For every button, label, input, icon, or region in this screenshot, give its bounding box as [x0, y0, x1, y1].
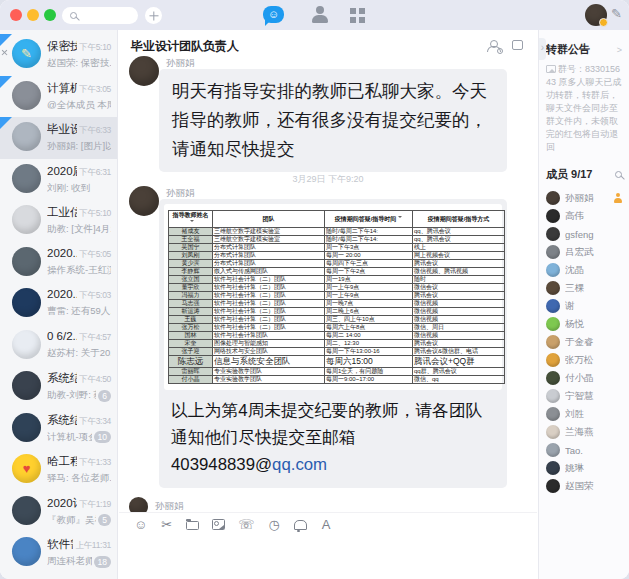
chat-list-item[interactable]: 工业信... 下午5:10 助教: [文件]4月1...: [0, 200, 117, 242]
member-row[interactable]: 张万松: [546, 351, 622, 369]
member-row[interactable]: 孙丽娟: [546, 189, 622, 207]
avatar: [12, 81, 41, 110]
table-row: 张万松 软件与社会计算（二）团队 每周六上午8点 微信、周日: [169, 324, 505, 332]
close-window-button[interactable]: [10, 9, 22, 21]
notification-bell-icon[interactable]: [294, 520, 307, 530]
member-name: 姚琳: [565, 462, 622, 475]
announcement-title: 转群公告: [546, 42, 617, 57]
col-header: 团队: [213, 211, 325, 228]
chat-preview: @全体成员 本周...: [47, 99, 111, 112]
member-row[interactable]: 杨悦: [546, 315, 622, 333]
chat-list-item[interactable]: 0 6/2... 下午4:57 赵苏村: 关于20...: [0, 325, 117, 367]
member-row[interactable]: 谢: [546, 297, 622, 315]
announcement-text: 群号：833015643 原多人聊天已成功转群，转群后，聊天文件会同步至群文件内…: [546, 63, 622, 154]
member-avatar: [546, 389, 560, 403]
member-row[interactable]: 宁智慧: [546, 387, 622, 405]
member-name: 付小晶: [565, 372, 622, 385]
member-row[interactable]: 于金睿: [546, 333, 622, 351]
add-button[interactable]: [145, 7, 162, 24]
chat-list-item[interactable]: 2020... 下午5:03 曹雷: 还有59人...: [0, 283, 117, 325]
chat-list-item[interactable]: 毕业设... 下午6:33 孙丽娟: [图片]以...: [0, 117, 117, 159]
table-row: 刘凤刚 分布式计算团队 每周一 20:00 网上视频会议: [169, 252, 505, 260]
call-icon[interactable]: ☏: [238, 517, 254, 532]
search-input[interactable]: [62, 7, 138, 24]
avatar: ✎: [12, 39, 41, 68]
member-row[interactable]: 吕宏武: [546, 243, 622, 261]
email-link[interactable]: qq.com: [272, 455, 327, 474]
panel-collapse-handle[interactable]: ›: [539, 38, 546, 60]
chat-preview: 助教-刘野: 获换...: [47, 389, 96, 402]
messages-tab[interactable]: ☺: [263, 6, 284, 23]
emoji-icon[interactable]: ☺: [134, 517, 147, 532]
contacts-tab[interactable]: [311, 5, 329, 24]
member-row[interactable]: 兰海燕: [546, 423, 622, 441]
chat-title: 系统结...: [47, 413, 77, 428]
members-count: 成员 9/17: [546, 167, 615, 182]
table-row: 陈志远 信息与系统安全团队 每周六15:00 腾讯会议+QQ群: [169, 356, 505, 368]
chat-list-item[interactable]: 2020计... 下午1:19 『教师』吴祝霞:... 5: [0, 491, 117, 533]
chat-list-item[interactable]: 2020... 下午5:05 操作系统-王红滨...: [0, 242, 117, 284]
chat-list-item[interactable]: ✎ 保密技... 下午5:10 赵国荣: 保密技...: [0, 34, 117, 76]
member-avatar: [546, 353, 560, 367]
chat-list-item[interactable]: ♥ 哈工程... 下午1:33 驿马: 各位老师...: [0, 449, 117, 491]
chat-list-item[interactable]: 系统结... 下午3:34 计算机-项金鹏:... 10: [0, 408, 117, 450]
member-row[interactable]: 赵国荣: [546, 477, 622, 495]
chat-list-item[interactable]: 计算机... 下午3:05 @全体成员 本周...: [0, 76, 117, 118]
member-row[interactable]: 付小晶: [546, 369, 622, 387]
message-input[interactable]: [119, 535, 537, 579]
zoom-window-button[interactable]: [44, 9, 56, 21]
apps-grid-tab[interactable]: [350, 8, 356, 14]
chat-title: 计算机...: [47, 81, 77, 96]
member-row[interactable]: 高伟: [546, 207, 622, 225]
member-row[interactable]: 沈晶: [546, 261, 622, 279]
chat-preview: 刘刚: 收到: [47, 182, 111, 195]
avatar: [12, 496, 41, 525]
sender-avatar[interactable]: [129, 497, 148, 512]
member-name: 刘胜: [565, 408, 622, 421]
chat-preview: 孙丽娟: [图片]以...: [47, 140, 111, 153]
chat-list-item[interactable]: 系统结... 下午4:50 助教-刘野: 获换... 6: [0, 366, 117, 408]
sender-avatar[interactable]: [129, 186, 159, 216]
file-folder-icon[interactable]: [186, 521, 199, 530]
message-scroll-area[interactable]: 孙丽娟 明天有指导安排的教师已私聊大家。今天指导的教师，还有很多没有提交纪要的，…: [119, 54, 537, 512]
member-row[interactable]: 刘胜: [546, 405, 622, 423]
member-row[interactable]: gsfeng: [546, 225, 622, 243]
member-history-icon[interactable]: [487, 40, 501, 52]
chat-list-item[interactable]: 2020届... 下午6:31 刘刚: 收到: [0, 159, 117, 201]
chat-list-item[interactable]: 软件需... 上午11:31 周连科老师: 下... 18: [0, 532, 117, 574]
sender-avatar[interactable]: [129, 56, 159, 86]
dismiss-x-icon[interactable]: [1, 49, 8, 56]
member-search-icon[interactable]: [615, 171, 622, 178]
avatar: [12, 247, 41, 276]
table-row: 王巍 软件与社会计算（二）团队 周三、四上午10点 微信视频: [169, 316, 505, 324]
member-avatar: [546, 335, 560, 349]
image-icon[interactable]: [212, 519, 225, 530]
avatar: [12, 122, 41, 151]
font-style-icon[interactable]: A: [320, 517, 333, 532]
conversation-pane: 毕业设计团队负责人 孙丽娟 明天有指导安排的教师已私聊大家。今天指导的教师，还有…: [119, 30, 537, 579]
member-avatar: [546, 281, 560, 295]
chat-title: 2020届...: [47, 164, 77, 179]
screenshot-scissors-icon[interactable]: ✂: [160, 517, 173, 532]
unread-badge: 6: [98, 390, 111, 402]
pasted-table-image[interactable]: 指导教师姓名 团队 疫情期间答疑/指导时间 疫情期间答疑/指导方式: [164, 204, 502, 390]
chat-title: 保密技...: [47, 39, 77, 54]
compose-pencil-icon[interactable]: ✎: [611, 6, 622, 21]
history-clock-icon[interactable]: ◷: [268, 517, 281, 532]
member-row[interactable]: Tao.: [546, 441, 622, 459]
member-avatar: [546, 209, 560, 223]
window-titlebar: ☺ ✎: [0, 0, 629, 30]
conversation-title: 毕业设计团队负责人: [131, 38, 239, 55]
chat-time: 下午5:05: [79, 249, 111, 261]
table-row: 国林 软件与社会计算团队 每周二 14:00 微信视频: [169, 332, 505, 340]
chat-title: 2020计...: [47, 496, 77, 511]
split-window-icon[interactable]: [512, 40, 523, 50]
announcement-header[interactable]: 转群公告 >: [546, 42, 622, 57]
chat-preview: 操作系统-王红滨...: [47, 264, 111, 277]
chat-title: 2020...: [47, 288, 77, 300]
time-divider: 3月29日 下午9:20: [119, 173, 537, 186]
minimize-window-button[interactable]: [27, 9, 39, 21]
member-row[interactable]: 三棵: [546, 279, 622, 297]
member-row[interactable]: 姚琳: [546, 459, 622, 477]
member-name: gsfeng: [565, 229, 622, 240]
